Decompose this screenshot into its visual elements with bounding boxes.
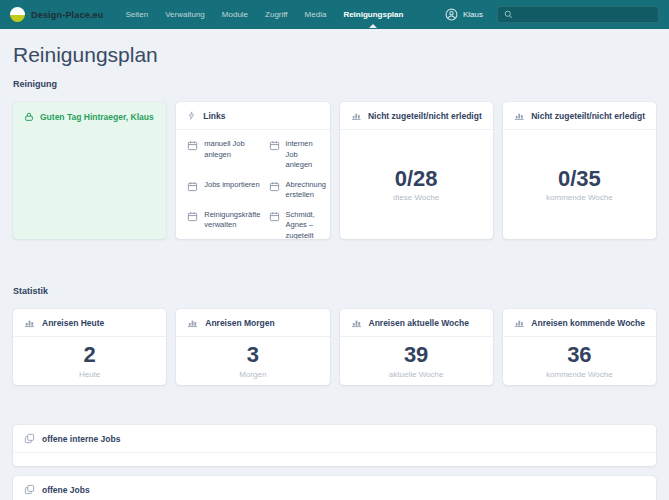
- top-navbar: Design-Place.eu Seiten Verwaltung Module…: [0, 0, 669, 29]
- search-icon: [504, 10, 513, 19]
- bar-chart-icon: [514, 110, 524, 121]
- link-jobs-importieren[interactable]: Jobs importieren: [187, 180, 260, 201]
- stat-body: 39 aktuelle Woche: [340, 337, 493, 385]
- link-abrechnung-erstellen[interactable]: Abrechnung erstellen: [269, 180, 326, 201]
- stat-value: 2: [84, 343, 96, 367]
- offene-jobs-card: offene Jobs GAST OBJEKT OBJEKT FREI AB A…: [13, 476, 656, 500]
- section-heading-reinigung: Reinigung: [13, 79, 656, 89]
- active-caret-icon: [369, 24, 377, 28]
- card-header: offene Jobs: [13, 476, 656, 500]
- card-header: Nicht zugeteilt/nicht erledigt: [340, 102, 493, 130]
- calendar-icon: [187, 181, 198, 192]
- link-label: Jobs importieren: [204, 180, 259, 191]
- lock-icon: [24, 112, 34, 122]
- card-header: offene interne Jobs: [13, 425, 656, 453]
- stat-caption: Heute: [79, 370, 100, 379]
- nicht-zugeteilt-diese-woche-card: Nicht zugeteilt/nicht erledigt 0/28 dies…: [340, 102, 493, 239]
- link-label: Schmidt, Agnes – zugeteilt: [286, 210, 326, 240]
- stat-caption: aktuelle Woche: [389, 370, 444, 379]
- link-label: Abrechnung erstellen: [286, 180, 326, 201]
- calendar-icon: [269, 140, 280, 151]
- reinigung-card-row: Guten Tag Hintraeger, Klaus Links manuel…: [13, 102, 656, 239]
- stat-value: 3: [247, 343, 259, 367]
- card-header: Anreisen Heute: [13, 309, 166, 337]
- stat-value: 36: [567, 343, 591, 367]
- links-card: Links manuell Job anlegen internen Job a…: [176, 102, 329, 239]
- card-title: Anreisen Heute: [42, 318, 104, 328]
- user-name: Klaus: [463, 10, 483, 19]
- page-title: Reinigungsplan: [13, 43, 656, 67]
- stat-value: 0/35: [558, 167, 601, 191]
- nav-item-label: Reinigungsplan: [343, 10, 403, 19]
- user-menu[interactable]: Klaus: [445, 8, 483, 21]
- card-header: Anreisen Morgen: [176, 309, 329, 337]
- calendar-icon: [187, 211, 198, 222]
- stat-body: 3 Morgen: [176, 337, 329, 385]
- statistik-card-row: Anreisen Heute 2 Heute Anreisen Morgen 3…: [13, 309, 656, 385]
- card-title: Nicht zugeteilt/nicht erledigt: [368, 111, 482, 121]
- stat-caption: Morgen: [239, 370, 266, 379]
- links-card-header: Links: [176, 102, 329, 130]
- calendar-icon: [269, 211, 280, 222]
- nav-item-verwaltung[interactable]: Verwaltung: [165, 1, 205, 28]
- stat-body: 36 kommende Woche: [503, 337, 656, 385]
- nav-item-module[interactable]: Module: [222, 1, 248, 28]
- link-label: manuell Job anlegen: [204, 139, 260, 160]
- card-title: offene Jobs: [42, 485, 90, 495]
- bar-chart-icon: [351, 110, 361, 121]
- stat-body: 2 Heute: [13, 337, 166, 385]
- card-title: Anreisen aktuelle Woche: [369, 318, 469, 328]
- card-title: Nicht zugeteilt/nicht erledigt: [531, 111, 645, 121]
- bar-chart-icon: [351, 317, 362, 328]
- main-menu: Seiten Verwaltung Module Zugriff Media R…: [126, 1, 404, 28]
- main-content: Reinigungsplan Reinigung Guten Tag Hintr…: [0, 43, 669, 500]
- bar-chart-icon: [514, 317, 525, 328]
- link-internen-job-anlegen[interactable]: internen Job anlegen: [269, 139, 326, 171]
- stat-value: 0/28: [395, 167, 438, 191]
- link-manuell-job-anlegen[interactable]: manuell Job anlegen: [187, 139, 260, 171]
- section-heading-statistik: Statistik: [13, 286, 656, 296]
- brand[interactable]: Design-Place.eu: [10, 7, 104, 22]
- card-title: offene interne Jobs: [42, 434, 120, 444]
- brand-text: Design-Place.eu: [31, 10, 104, 20]
- nav-item-reinigungsplan[interactable]: Reinigungsplan: [343, 1, 403, 28]
- calendar-icon: [269, 181, 280, 192]
- logo-icon: [10, 7, 25, 22]
- copy-icon: [24, 433, 35, 444]
- greeting-card: Guten Tag Hintraeger, Klaus: [13, 102, 166, 239]
- bar-chart-icon: [24, 317, 35, 328]
- card-header: Anreisen kommende Woche: [503, 309, 656, 337]
- anreisen-kommende-woche-card: Anreisen kommende Woche 36 kommende Woch…: [503, 309, 656, 385]
- card-header: Nicht zugeteilt/nicht erledigt: [503, 102, 656, 130]
- empty-card-body: [13, 453, 656, 466]
- nav-item-zugriff[interactable]: Zugriff: [265, 1, 288, 28]
- link-schmidt-agnes-zugeteilt[interactable]: Schmidt, Agnes – zugeteilt: [269, 210, 326, 240]
- user-icon: [445, 8, 458, 21]
- card-title: Anreisen kommende Woche: [531, 318, 645, 328]
- links-card-title: Links: [203, 111, 225, 121]
- navbar-right: Klaus: [445, 6, 659, 23]
- links-grid: manuell Job anlegen internen Job anlegen…: [176, 130, 329, 239]
- greeting-text: Guten Tag Hintraeger, Klaus: [40, 112, 154, 122]
- offene-interne-jobs-card: offene interne Jobs: [13, 425, 656, 466]
- copy-icon: [24, 484, 35, 495]
- calendar-icon: [187, 140, 198, 151]
- stat-body: 0/28 diese Woche: [340, 130, 493, 239]
- link-reinigungskraefte-verwalten[interactable]: Reinigungskräfte verwalten: [187, 210, 260, 240]
- nav-item-media[interactable]: Media: [305, 1, 327, 28]
- stat-body: 0/35 kommende Woche: [503, 130, 656, 239]
- card-header: Anreisen aktuelle Woche: [340, 309, 493, 337]
- stat-caption: kommende Woche: [546, 193, 613, 202]
- anreisen-aktuelle-woche-card: Anreisen aktuelle Woche 39 aktuelle Woch…: [340, 309, 493, 385]
- search-input[interactable]: [517, 10, 652, 19]
- anreisen-morgen-card: Anreisen Morgen 3 Morgen: [176, 309, 329, 385]
- nav-item-seiten[interactable]: Seiten: [126, 1, 149, 28]
- link-label: Reinigungskräfte verwalten: [204, 210, 260, 231]
- search-box[interactable]: [497, 6, 659, 23]
- stat-value: 39: [404, 343, 428, 367]
- bar-chart-icon: [187, 317, 198, 328]
- bolt-icon: [187, 110, 196, 121]
- stat-caption: diese Woche: [393, 193, 439, 202]
- link-label: internen Job anlegen: [286, 139, 326, 171]
- nicht-zugeteilt-kommende-woche-card: Nicht zugeteilt/nicht erledigt 0/35 komm…: [503, 102, 656, 239]
